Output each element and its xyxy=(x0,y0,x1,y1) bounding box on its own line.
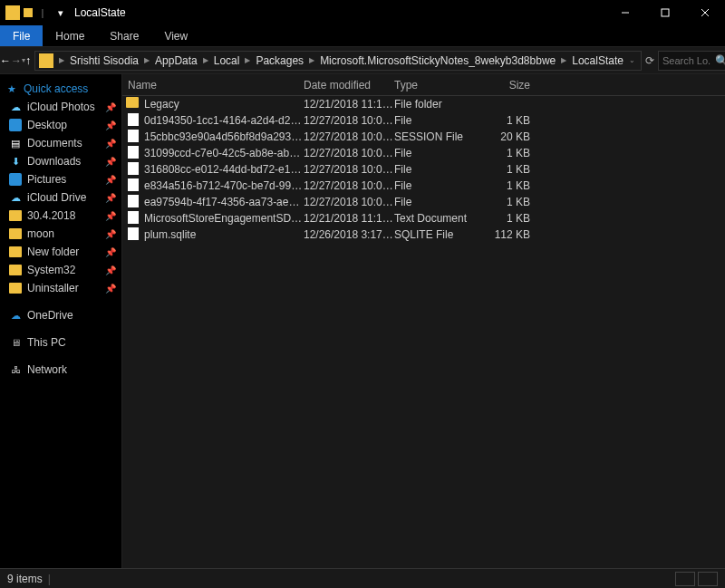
back-button[interactable]: ← xyxy=(0,51,11,71)
nav-sidebar: ★ Quick access ☁iCloud Photos📌Desktop📌▤D… xyxy=(0,74,122,568)
file-pane: Name Date modified Type Size Legacy12/21… xyxy=(122,74,725,568)
sidebar-item[interactable]: ▤Documents📌 xyxy=(0,134,121,152)
chevron-right-icon[interactable]: ▶ xyxy=(559,56,568,64)
forward-button[interactable]: → xyxy=(11,51,22,71)
sidebar-label: This PC xyxy=(27,336,66,349)
network-icon: 🖧 xyxy=(9,363,22,376)
file-row[interactable]: 15cbbc93e90a4d56bf8d9a29305b8981.sto...1… xyxy=(122,129,725,145)
sidebar-item[interactable]: moon📌 xyxy=(0,225,121,243)
sidebar-item[interactable]: ☁iCloud Photos📌 xyxy=(0,98,121,116)
sidebar-label: moon xyxy=(27,227,54,240)
sidebar-item[interactable]: Pictures📌 xyxy=(0,170,121,188)
sidebar-item[interactable]: Desktop📌 xyxy=(0,116,121,134)
file-row[interactable]: Legacy12/21/2018 11:12 ...File folder xyxy=(122,96,725,112)
file-icon xyxy=(126,178,140,193)
sidebar-item[interactable]: ⬇Downloads📌 xyxy=(0,152,121,170)
chevron-right-icon[interactable]: ▶ xyxy=(201,56,210,64)
share-tab[interactable]: Share xyxy=(97,25,151,46)
col-date-header[interactable]: Date modified xyxy=(304,79,394,92)
file-type: File folder xyxy=(394,98,476,111)
file-row[interactable]: 316808cc-e012-44dd-bd72-e1ad421fb82712/2… xyxy=(122,161,725,178)
file-row[interactable]: 0d194350-1cc1-4164-a2d4-d2e137a0a39f12/2… xyxy=(122,112,725,129)
details-view-button[interactable] xyxy=(675,572,695,586)
file-date: 12/27/2018 10:04 ... xyxy=(304,130,394,143)
file-row[interactable]: e834a516-b712-470c-be7d-99d5fc4e7c1612/2… xyxy=(122,178,725,194)
pin-icon: 📌 xyxy=(105,211,116,221)
file-tab[interactable]: File xyxy=(0,25,43,46)
file-icon xyxy=(126,130,140,144)
file-type: File xyxy=(394,196,476,208)
maximize-button[interactable] xyxy=(645,0,685,25)
title-bar: | ▾ LocalState xyxy=(0,0,725,25)
file-size: 1 KB xyxy=(476,196,530,208)
breadcrumb-seg[interactable]: Packages xyxy=(252,54,307,67)
search-box[interactable]: 🔍 xyxy=(658,51,725,71)
file-date: 12/27/2018 10:05 ... xyxy=(304,179,394,192)
quick-access-toolbar: | ▾ xyxy=(24,5,69,21)
sidebar-item[interactable]: System32📌 xyxy=(0,261,121,279)
folder-icon xyxy=(9,264,22,276)
sidebar-label: System32 xyxy=(27,264,75,276)
file-row[interactable]: 31099ccd-c7e0-42c5-ab8e-ab93cc96752712/2… xyxy=(122,145,725,161)
col-type-header[interactable]: Type xyxy=(394,79,476,92)
status-bar: 9 items | xyxy=(0,568,725,588)
file-type: SESSION File xyxy=(394,130,476,143)
chevron-right-icon[interactable]: ▶ xyxy=(142,56,151,64)
refresh-button[interactable]: ⟳ xyxy=(645,51,654,71)
file-size: 1 KB xyxy=(476,212,530,225)
col-name-header[interactable]: Name xyxy=(122,79,304,92)
this-pc-item[interactable]: 🖥 This PC xyxy=(0,333,121,352)
sidebar-label: Uninstaller xyxy=(27,282,79,294)
file-name: 15cbbc93e90a4d56bf8d9a29305b8981.sto... xyxy=(144,130,304,143)
sidebar-item[interactable]: New folder📌 xyxy=(0,243,121,261)
chevron-right-icon[interactable]: ▶ xyxy=(243,56,252,64)
file-name: e834a516-b712-470c-be7d-99d5fc4e7c16 xyxy=(144,179,304,192)
chevron-right-icon[interactable]: ▶ xyxy=(57,56,66,64)
breadcrumb-root-icon[interactable] xyxy=(39,53,53,68)
breadcrumb-seg[interactable]: Microsoft.MicrosoftStickyNotes_8wekyb3d8… xyxy=(316,54,559,67)
breadcrumb-seg[interactable]: LocalState xyxy=(568,54,627,67)
file-date: 12/27/2018 10:05 ... xyxy=(304,196,394,208)
close-button[interactable] xyxy=(685,0,725,25)
file-type: File xyxy=(394,179,476,192)
view-tab[interactable]: View xyxy=(151,25,200,46)
file-icon xyxy=(126,162,140,177)
sidebar-label: New folder xyxy=(27,246,79,258)
star-icon: ★ xyxy=(5,82,18,95)
file-name: ea97594b-4f17-4356-aa73-ae93139cb43d xyxy=(144,196,304,208)
chevron-down-icon[interactable]: ⌄ xyxy=(627,56,637,64)
qa-item-icon[interactable] xyxy=(24,8,33,17)
sidebar-item[interactable]: ☁iCloud Drive📌 xyxy=(0,188,121,207)
onedrive-item[interactable]: ☁ OneDrive xyxy=(0,306,121,324)
home-tab[interactable]: Home xyxy=(43,25,97,46)
file-name: plum.sqlite xyxy=(144,228,304,241)
chevron-right-icon[interactable]: ▶ xyxy=(307,56,316,64)
folder-icon xyxy=(9,227,22,240)
sidebar-item[interactable]: 30.4.2018📌 xyxy=(0,207,121,225)
search-input[interactable] xyxy=(659,55,715,66)
breadcrumb-seg[interactable]: AppData xyxy=(151,54,201,67)
sidebar-label: Documents xyxy=(27,137,82,149)
breadcrumb-seg[interactable]: Srishti Sisodia xyxy=(66,54,142,67)
search-icon[interactable]: 🔍 xyxy=(715,54,725,67)
minimize-button[interactable] xyxy=(605,0,645,25)
sidebar-item[interactable]: Uninstaller📌 xyxy=(0,279,121,297)
file-row[interactable]: plum.sqlite12/26/2018 3:17 PMSQLITE File… xyxy=(122,227,725,243)
qa-dropdown-icon[interactable]: ▾ xyxy=(53,5,69,21)
breadcrumb[interactable]: ▶ Srishti Sisodia ▶ AppData ▶ Local ▶ Pa… xyxy=(34,51,642,71)
file-date: 12/21/2018 11:12 ... xyxy=(304,98,394,111)
file-row[interactable]: ea97594b-4f17-4356-aa73-ae93139cb43d12/2… xyxy=(122,194,725,210)
file-row[interactable]: MicrosoftStoreEngagementSDKId12/21/2018 … xyxy=(122,210,725,227)
col-size-header[interactable]: Size xyxy=(476,79,530,92)
file-date: 12/27/2018 10:05 ... xyxy=(304,163,394,176)
file-icon xyxy=(126,211,140,226)
quick-access-header[interactable]: ★ Quick access xyxy=(0,80,121,98)
app-folder-icon xyxy=(5,5,20,20)
network-item[interactable]: 🖧 Network xyxy=(0,361,121,379)
file-size: 20 KB xyxy=(476,130,530,143)
location-icon xyxy=(9,173,22,186)
icons-view-button[interactable] xyxy=(698,572,718,586)
file-size: 1 KB xyxy=(476,179,530,192)
up-button[interactable]: ↑ xyxy=(25,51,31,71)
breadcrumb-seg[interactable]: Local xyxy=(210,54,244,67)
